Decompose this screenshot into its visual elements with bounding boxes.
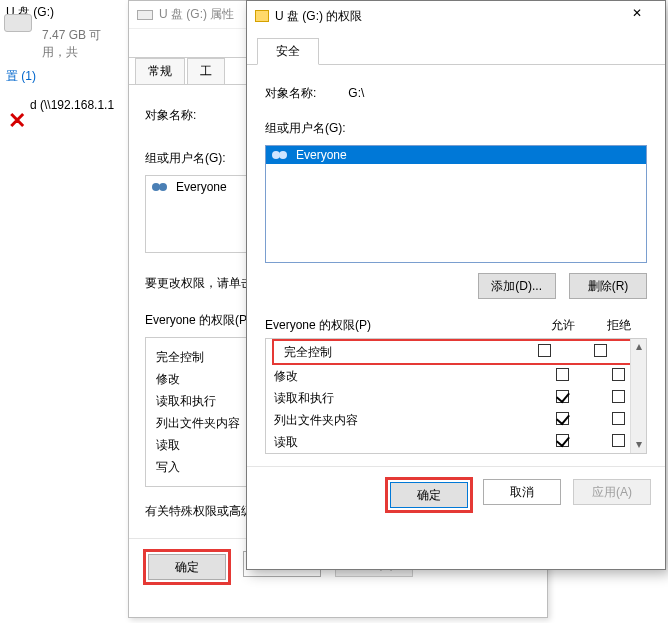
ok-button-highlight: 确定 <box>145 551 229 583</box>
perm-row-readexec: 读取和执行 <box>266 387 646 409</box>
deny-listdir-checkbox[interactable] <box>612 412 625 425</box>
perm-table-body: 完全控制 修改 读取和执行 列出文件夹内容 <box>266 339 646 453</box>
perm-row-listdir-label: 列出文件夹内容 <box>274 412 534 429</box>
perm-row-full-label: 完全控制 <box>284 344 516 361</box>
perm-object-label: 对象名称: <box>265 85 345 102</box>
deny-modify-checkbox[interactable] <box>612 368 625 381</box>
close-button[interactable]: ✕ <box>617 6 657 26</box>
perm-apply-button[interactable]: 应用(A) <box>573 479 651 505</box>
perm-row-modify-label: 修改 <box>274 368 534 385</box>
perm-object-value: G:\ <box>348 86 364 100</box>
remove-button[interactable]: 删除(R) <box>569 273 647 299</box>
disk-icon <box>137 10 153 20</box>
permissions-dialog: U 盘 (G:) 的权限 ✕ 安全 对象名称: G:\ 组或用户名(G): Ev… <box>246 0 666 570</box>
drive-item-usb[interactable]: U 盘 (G:) 7.47 GB 可用，共 <box>0 0 130 55</box>
perm-row-full-highlight: 完全控制 <box>272 339 632 365</box>
scroll-down-icon[interactable]: ▾ <box>631 437 646 453</box>
ok-button-label: 确定 <box>175 559 199 576</box>
perm-row-full: 完全控制 <box>276 341 628 363</box>
drive-icon <box>4 14 32 32</box>
perm-table-scrollbar[interactable]: ▴ ▾ <box>630 339 646 453</box>
perm-ok-highlight: 确定 <box>387 479 471 511</box>
perm-ok-button[interactable]: 确定 <box>390 482 468 508</box>
allow-read-checkbox[interactable] <box>556 434 569 447</box>
perm-row-readexec-label: 读取和执行 <box>274 390 534 407</box>
add-button[interactable]: 添加(D)... <box>478 273 556 299</box>
perm-group-item-label: Everyone <box>296 148 347 162</box>
deny-readexec-checkbox[interactable] <box>612 390 625 403</box>
perm-groups-label: 组或用户名(G): <box>265 120 647 137</box>
perm-group-item-everyone[interactable]: Everyone <box>266 146 646 164</box>
tab-general[interactable]: 常规 <box>135 58 185 84</box>
users-icon <box>272 148 290 162</box>
allow-readexec-checkbox[interactable] <box>556 390 569 403</box>
network-locations-header[interactable]: 置 (1) <box>0 65 42 88</box>
perm-apply-label: 应用(A) <box>592 484 632 501</box>
deny-read-checkbox[interactable] <box>612 434 625 447</box>
col-deny: 拒绝 <box>591 317 647 334</box>
perm-table-title: Everyone 的权限(P) <box>265 317 535 334</box>
group-item-label: Everyone <box>176 180 227 194</box>
disconnected-icon: ✕ <box>8 108 26 134</box>
close-icon: ✕ <box>632 6 642 20</box>
properties-title: U 盘 (G:) 属性 <box>159 6 234 23</box>
allow-listdir-checkbox[interactable] <box>556 412 569 425</box>
allow-modify-checkbox[interactable] <box>556 368 569 381</box>
perm-table-header: Everyone 的权限(P) 允许 拒绝 <box>265 317 647 334</box>
perm-object-row: 对象名称: G:\ <box>265 85 647 102</box>
tab-tools[interactable]: 工 <box>187 58 225 84</box>
drive-size: 7.47 GB 可用，共 <box>36 25 130 63</box>
ok-button[interactable]: 确定 <box>148 554 226 580</box>
remove-button-label: 删除(R) <box>588 278 629 295</box>
permissions-title: U 盘 (G:) 的权限 <box>275 8 617 25</box>
group-buttons: 添加(D)... 删除(R) <box>265 273 647 299</box>
folder-icon <box>255 10 269 22</box>
object-name-label: 对象名称: <box>145 108 196 122</box>
tab-security[interactable]: 安全 <box>257 38 319 65</box>
perm-groups-listbox[interactable]: Everyone <box>265 145 647 263</box>
permissions-tabstrip: 安全 <box>247 31 665 65</box>
users-icon <box>152 180 170 194</box>
perm-cancel-button[interactable]: 取消 <box>483 479 561 505</box>
perm-row-read-label: 读取 <box>274 434 534 451</box>
network-drive-label: d (\\192.168.1.1 <box>30 98 114 112</box>
add-button-label: 添加(D)... <box>491 278 542 295</box>
permissions-button-row: 确定 取消 应用(A) <box>247 466 665 523</box>
permissions-titlebar[interactable]: U 盘 (G:) 的权限 ✕ <box>247 1 665 31</box>
groups-label: 组或用户名(G): <box>145 151 226 165</box>
perm-row-read: 读取 <box>266 431 646 453</box>
tab-security-label: 安全 <box>276 44 300 58</box>
perm-table: 完全控制 修改 读取和执行 列出文件夹内容 <box>265 338 647 454</box>
scroll-up-icon[interactable]: ▴ <box>631 339 646 355</box>
perm-ok-label: 确定 <box>417 487 441 504</box>
perm-row-modify: 修改 <box>266 365 646 387</box>
perm-row-listdir: 列出文件夹内容 <box>266 409 646 431</box>
perm-cancel-label: 取消 <box>510 484 534 501</box>
deny-full-checkbox[interactable] <box>594 344 607 357</box>
allow-full-checkbox[interactable] <box>538 344 551 357</box>
col-allow: 允许 <box>535 317 591 334</box>
permissions-body: 对象名称: G:\ 组或用户名(G): Everyone 添加(D)... 删除… <box>247 65 665 466</box>
network-drive-item[interactable]: ✕ d (\\192.168.1.1 <box>30 98 114 112</box>
